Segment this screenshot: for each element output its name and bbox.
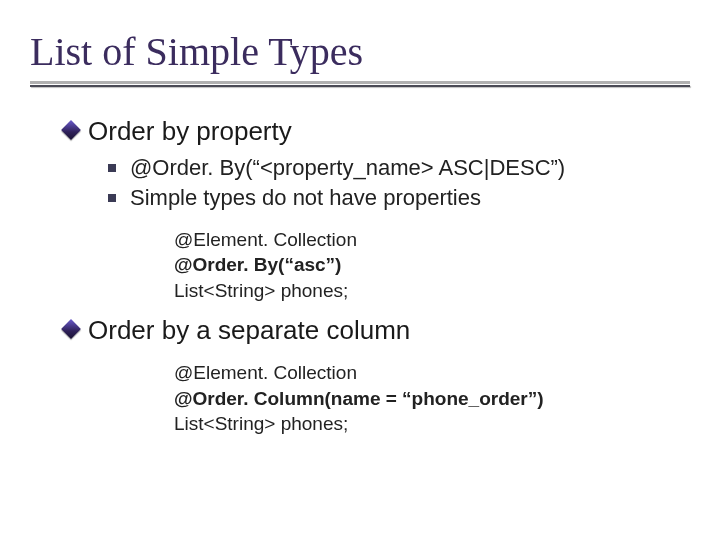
code-block: @Element. Collection @Order. Column(name… <box>174 360 690 437</box>
bullet-level1: Order by property <box>64 115 690 148</box>
slide-title: List of Simple Types <box>30 28 690 75</box>
code-line: List<String> phones; <box>174 411 690 437</box>
slide-content: Order by property @Order. By(“<property_… <box>30 115 690 437</box>
code-line: @Element. Collection <box>174 227 690 253</box>
sub-bullet-text: Simple types do not have properties <box>130 184 481 213</box>
code-block: @Element. Collection @Order. By(“asc”) L… <box>174 227 690 304</box>
title-underline <box>30 81 690 87</box>
slide: List of Simple Types Order by property @… <box>0 0 720 540</box>
bullet-level2: @Order. By(“<property_name> ASC|DESC”) <box>108 154 690 183</box>
bullet-level2: Simple types do not have properties <box>108 184 690 213</box>
bullet-level1: Order by a separate column <box>64 314 690 347</box>
diamond-bullet-icon <box>64 322 78 336</box>
sub-bullet-text: @Order. By(“<property_name> ASC|DESC”) <box>130 154 565 183</box>
sub-bullet-group: @Order. By(“<property_name> ASC|DESC”) S… <box>108 154 690 213</box>
code-line: @Order. Column(name = “phone_order”) <box>174 386 690 412</box>
square-bullet-icon <box>108 194 116 202</box>
section-heading: Order by property <box>88 115 292 148</box>
diamond-bullet-icon <box>64 123 78 137</box>
code-line: @Element. Collection <box>174 360 690 386</box>
code-line: List<String> phones; <box>174 278 690 304</box>
square-bullet-icon <box>108 164 116 172</box>
section-heading: Order by a separate column <box>88 314 410 347</box>
code-line: @Order. By(“asc”) <box>174 252 690 278</box>
